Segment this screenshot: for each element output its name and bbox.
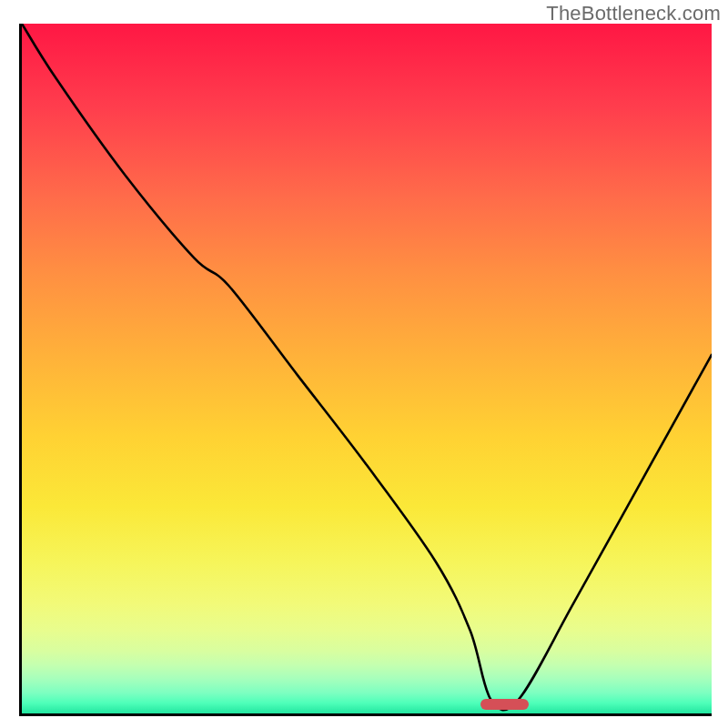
optimum-marker bbox=[480, 699, 529, 710]
plot-area bbox=[19, 24, 712, 716]
bottleneck-curve bbox=[22, 24, 712, 713]
chart-wrapper: TheBottleneck.com bbox=[0, 0, 728, 728]
watermark-text: TheBottleneck.com bbox=[546, 2, 721, 25]
